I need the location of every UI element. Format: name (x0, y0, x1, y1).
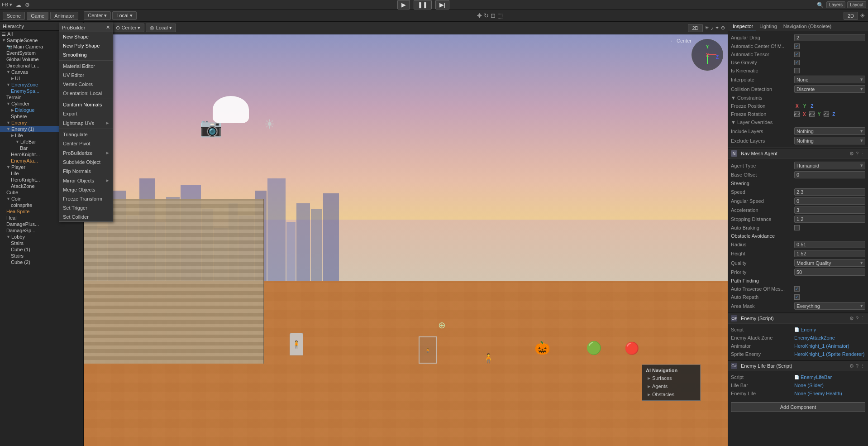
pb-triangulate[interactable]: Triangulate (59, 130, 113, 139)
is-kinematic-checkbox[interactable] (794, 68, 800, 73)
script-ref[interactable]: 📄 Enemy (794, 327, 816, 332)
interpolate-dropdown[interactable]: None (794, 76, 865, 83)
nav-mesh-menu-icon[interactable]: ⋮ (860, 151, 865, 157)
hierarchy-damagesp[interactable]: DamageSp... (0, 227, 83, 234)
layout-dropdown[interactable]: Layout (847, 1, 866, 8)
audio-icon[interactable]: ♪ (711, 25, 714, 31)
play-button[interactable]: ▶ (397, 0, 410, 10)
hierarchy-cube2[interactable]: Cube (2) (0, 259, 83, 265)
stopping-value[interactable]: 1.2 (794, 216, 865, 223)
pb-export[interactable]: Export (59, 109, 113, 118)
height-value[interactable]: 1.52 (794, 250, 865, 257)
pb-probuilderize[interactable]: ProBuilderize ▸ (59, 148, 113, 158)
2d-view-btn[interactable]: 2D (688, 24, 702, 32)
animator-tab[interactable]: Animator (50, 12, 78, 20)
use-gravity-checkbox[interactable] (794, 60, 800, 65)
pb-merge[interactable]: Merge Objects (59, 185, 113, 194)
center-button[interactable]: Center ▾ (84, 11, 111, 20)
pb-uv-editor[interactable]: UV Editor (59, 71, 113, 80)
lifebar-info-icon[interactable]: ? (856, 363, 858, 369)
area-mask-dropdown[interactable]: Everything (794, 302, 865, 310)
settings-icon[interactable]: ⚙ (24, 2, 31, 8)
pb-mirror[interactable]: Mirror Objects ▸ (59, 176, 113, 185)
enemy-script-info-icon[interactable]: ? (856, 316, 858, 321)
local-button[interactable]: Local ▾ (112, 11, 136, 20)
enemy-life-ref[interactable]: None (Enemy Health) (794, 391, 842, 396)
light-toggle-icon[interactable]: ☀ (705, 25, 709, 31)
lifebar-script-ref[interactable]: 📄 EnemyLifeBar (794, 374, 832, 380)
lifebar-menu-icon[interactable]: ⋮ (860, 363, 865, 369)
fx-icon[interactable]: ✦ (715, 25, 719, 31)
pb-subdivide[interactable]: Subdivide Object (59, 158, 113, 167)
agent-type-dropdown[interactable]: Humanoid (794, 162, 865, 169)
local-mode-btn[interactable]: ◎ Local ▾ (146, 24, 176, 32)
hierarchy-damageplus[interactable]: DamagePlus... (0, 221, 83, 227)
pb-center-pivot[interactable]: Center Pivot (59, 139, 113, 148)
pb-new-poly-shape[interactable]: New Poly Shape (59, 41, 113, 50)
scene-tab[interactable]: Scene (3, 12, 25, 20)
speed-value[interactable]: 2.3 (794, 188, 865, 196)
scale-tool-icon[interactable]: ⊡ (491, 12, 496, 19)
inspector-tab[interactable]: Inspector (730, 23, 756, 30)
atack-zone-ref[interactable]: EnemyAttackZone (794, 335, 835, 340)
navigation-tab[interactable]: Navigation (Obsolete) (781, 23, 834, 30)
auto-traverse-checkbox[interactable] (794, 286, 800, 292)
angular-drag-value[interactable]: 2 (794, 34, 865, 41)
scene-view[interactable]: 🧍 🧍 🧍 🎃 🟢 🔴 📷 ☀ ⊕ ← Center AI Navigation… (84, 34, 728, 446)
probuilder-close[interactable]: ✕ (106, 24, 110, 30)
hierarchy-lobby[interactable]: ▼ Lobby (0, 234, 83, 240)
lifebar-settings-icon[interactable]: ⚙ (849, 363, 854, 369)
quality-dropdown[interactable]: Medium Quality (794, 259, 865, 267)
nav-mesh-settings-icon[interactable]: ⚙ (849, 151, 854, 157)
ai-nav-surfaces[interactable]: Surfaces (642, 374, 700, 382)
pb-vertex-colors[interactable]: Vertex Colors (59, 80, 113, 89)
pb-set-collider[interactable]: Set Collider (59, 212, 113, 221)
pb-conform-normals[interactable]: Conform Normals (59, 100, 113, 109)
lighting-icon[interactable]: ☀ (860, 12, 865, 19)
auto-tensor-checkbox[interactable] (794, 52, 800, 57)
2d-button[interactable]: 2D (844, 12, 858, 20)
hierarchy-stairs2[interactable]: Stairs (0, 253, 83, 259)
pb-freeze[interactable]: Freeze Transform (59, 194, 113, 203)
pb-new-shape[interactable]: New Shape (59, 32, 113, 41)
angular-speed-value[interactable]: 0 (794, 197, 865, 205)
ai-nav-obstacles[interactable]: Obstacles (642, 390, 700, 398)
hierarchy-stairs[interactable]: Stairs (0, 240, 83, 246)
pb-orientation[interactable]: Orientation: Local (59, 89, 113, 98)
pb-flip-normals[interactable]: Flip Normals (59, 167, 113, 176)
pause-button[interactable]: ❚❚ (414, 0, 432, 10)
lighting-tab[interactable]: Lighting (757, 23, 780, 30)
enemy-script-menu-icon[interactable]: ⋮ (860, 316, 865, 321)
priority-value[interactable]: 50 (794, 269, 865, 276)
gizmo-icon[interactable]: ⊕ (721, 25, 725, 31)
pb-smoothing[interactable]: Smoothing (59, 50, 113, 59)
pb-set-trigger[interactable]: Set Trigger (59, 203, 113, 212)
rot-check-icon[interactable]: ✓ (794, 111, 800, 117)
pb-material-editor[interactable]: Material Editor (59, 62, 113, 71)
rot-y-check[interactable]: ✓ (809, 111, 815, 117)
base-offset-value[interactable]: 0 (794, 171, 865, 178)
acceleration-value[interactable]: 3 (794, 206, 865, 214)
enemy-script-settings-icon[interactable]: ⚙ (849, 316, 854, 321)
add-component-button[interactable]: Add Component (731, 402, 865, 412)
rotate-tool-icon[interactable]: ↻ (484, 12, 489, 19)
auto-braking-checkbox[interactable] (794, 225, 800, 230)
radius-value[interactable]: 0.51 (794, 241, 865, 248)
cloud-icon[interactable]: ☁ (15, 2, 22, 8)
collision-dropdown[interactable]: Discrete (794, 85, 865, 93)
ai-nav-agents[interactable]: Agents (642, 382, 700, 390)
rect-tool-icon[interactable]: ⬚ (497, 12, 503, 19)
nav-mesh-info-icon[interactable]: ? (856, 151, 858, 156)
auto-center-checkbox[interactable] (794, 43, 800, 49)
animator-ref[interactable]: HeroKnight_1 (Animator) (794, 343, 849, 349)
search-icon[interactable]: 🔍 (816, 2, 825, 8)
exclude-layers-dropdown[interactable]: Nothing (794, 137, 865, 144)
step-button[interactable]: ▶| (435, 0, 449, 10)
rot-z-check[interactable]: ✓ (824, 111, 829, 117)
center-mode-btn[interactable]: ⊙ Center ▾ (112, 24, 144, 32)
auto-repath-checkbox[interactable] (794, 294, 800, 300)
move-tool-icon[interactable]: ✥ (477, 12, 482, 19)
sprite-ref[interactable]: HeroKnight_1 (Sprite Renderer) (794, 351, 864, 357)
hierarchy-cube1[interactable]: Cube (1) (0, 246, 83, 253)
pb-lightmap-uvs[interactable]: Lightmap UVs ▸ (59, 118, 113, 128)
